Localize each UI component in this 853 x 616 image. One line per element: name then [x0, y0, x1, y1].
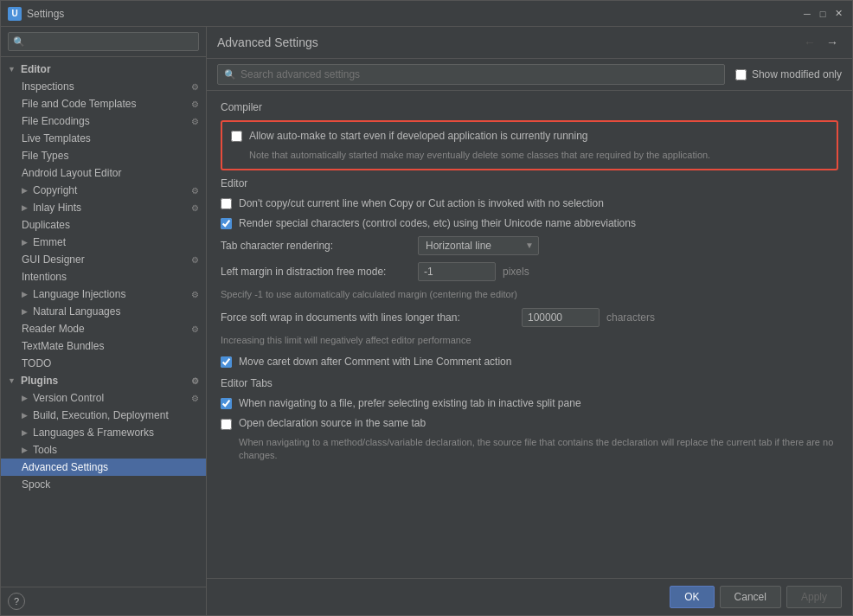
no-copy-cut-checkbox[interactable]: [221, 198, 232, 209]
reader-mode-label: Reader Mode: [22, 323, 85, 335]
sidebar-item-file-encodings[interactable]: File Encodings ⚙: [1, 112, 206, 130]
vc-chevron-icon: ▶: [22, 394, 28, 402]
left-margin-row: Left margin in distraction free mode: pi…: [221, 262, 838, 301]
show-modified-checkbox[interactable]: [735, 69, 747, 80]
editor-chevron-icon: ▼: [8, 65, 16, 74]
prefer-existing-tab-row: When navigating to a file, prefer select…: [221, 396, 838, 411]
auto-make-checkbox[interactable]: [231, 131, 242, 142]
sidebar-item-inspections[interactable]: Inspections ⚙: [1, 78, 206, 95]
tools-chevron-icon: ▶: [22, 446, 28, 454]
gui-designer-settings-icon: ⚙: [191, 255, 199, 265]
open-declaration-checkbox[interactable]: [221, 419, 232, 430]
inspections-settings-icon: ⚙: [191, 82, 199, 92]
no-copy-cut-label: Don't copy/cut current line when Copy or…: [239, 196, 604, 211]
soft-wrap-input[interactable]: [522, 308, 600, 327]
build-chevron-icon: ▶: [22, 411, 28, 420]
navigation-buttons: ← →: [800, 34, 842, 51]
sidebar-section-plugins[interactable]: ▼ Plugins ⚙: [1, 372, 206, 389]
intentions-label: Intentions: [22, 271, 67, 283]
apply-button[interactable]: Apply: [786, 586, 842, 608]
sidebar-item-natural-languages[interactable]: ▶ Natural Languages: [1, 303, 206, 320]
move-caret-setting-row: Move caret down after Comment with Line …: [221, 355, 838, 369]
live-templates-label: Live Templates: [22, 132, 91, 144]
sidebar-item-emmet[interactable]: ▶ Emmet: [1, 234, 206, 251]
sidebar-item-tools[interactable]: ▶ Tools: [1, 441, 206, 459]
compiler-section-title: Compiler: [221, 101, 838, 113]
maximize-button[interactable]: □: [816, 7, 830, 21]
settings-search-input[interactable]: [217, 64, 725, 85]
sidebar-item-live-templates[interactable]: Live Templates: [1, 130, 206, 147]
left-margin-label: Left margin in distraction free mode:: [221, 266, 411, 278]
emmet-label: Emmet: [33, 236, 66, 248]
auto-make-hint: Note that automatically started make may…: [231, 149, 828, 162]
language-injections-label: Language Injections: [33, 288, 125, 300]
file-encodings-settings-icon: ⚙: [191, 117, 199, 126]
sidebar-tree: ▼ Editor Inspections ⚙ File and Code Tem…: [1, 57, 206, 587]
spock-label: Spock: [22, 478, 50, 491]
editor-tabs-section-title: Editor Tabs: [221, 377, 838, 389]
vc-settings-icon: ⚙: [191, 394, 199, 403]
sidebar-item-android-layout-editor[interactable]: Android Layout Editor: [1, 164, 206, 182]
android-layout-editor-label: Android Layout Editor: [22, 167, 121, 179]
help-button[interactable]: ?: [8, 593, 25, 610]
minimize-button[interactable]: ─: [800, 7, 814, 21]
move-caret-checkbox[interactable]: [221, 356, 232, 368]
languages-frameworks-label: Languages & Frameworks: [33, 427, 154, 439]
sidebar-item-duplicates[interactable]: Duplicates: [1, 216, 206, 234]
sidebar-item-version-control[interactable]: ▶ Version Control ⚙: [1, 389, 206, 407]
settings-window: U Settings ─ □ ✕ 🔍 ▼ Editor: [0, 0, 853, 616]
inlay-hints-settings-icon: ⚙: [191, 203, 199, 213]
editor-section-title: Editor: [221, 177, 838, 189]
footer: OK Cancel Apply: [207, 578, 852, 615]
duplicates-label: Duplicates: [22, 219, 70, 231]
sidebar-item-file-code-templates[interactable]: File and Code Templates ⚙: [1, 95, 206, 112]
soft-wrap-row: Force soft wrap in documents with lines …: [221, 308, 838, 347]
nav-back-button[interactable]: ←: [800, 34, 819, 51]
close-button[interactable]: ✕: [831, 7, 845, 21]
render-special-checkbox[interactable]: [221, 218, 232, 229]
textmate-bundles-label: TextMate Bundles: [22, 340, 104, 352]
auto-make-label: Allow auto-make to start even if develop…: [249, 129, 588, 144]
render-special-setting-row: Render special characters (control codes…: [221, 216, 838, 231]
sidebar-item-intentions[interactable]: Intentions: [1, 268, 206, 286]
show-modified-row: Show modified only: [735, 68, 842, 80]
sidebar-item-file-types[interactable]: File Types: [1, 147, 206, 164]
sidebar-item-reader-mode[interactable]: Reader Mode ⚙: [1, 320, 206, 337]
sidebar-item-spock[interactable]: Spock: [1, 476, 206, 493]
open-declaration-hint: When navigating to a method/class/variab…: [221, 436, 838, 463]
sidebar-search-input[interactable]: [8, 32, 199, 51]
right-panel-title: Advanced Settings: [217, 35, 318, 49]
file-code-settings-icon: ⚙: [191, 99, 199, 109]
ok-button[interactable]: OK: [670, 586, 714, 608]
sidebar-item-build-execution[interactable]: ▶ Build, Execution, Deployment: [1, 407, 206, 424]
titlebar: U Settings ─ □ ✕: [1, 1, 852, 27]
tab-rendering-label: Tab character rendering:: [221, 240, 411, 252]
copyright-label: Copyright: [33, 184, 77, 196]
sidebar-item-language-injections[interactable]: ▶ Language Injections ⚙: [1, 286, 206, 303]
plugins-label: Plugins: [21, 375, 58, 387]
sidebar-item-languages-frameworks[interactable]: ▶ Languages & Frameworks: [1, 424, 206, 441]
sidebar-item-textmate-bundles[interactable]: TextMate Bundles: [1, 337, 206, 355]
nav-forward-button[interactable]: →: [823, 34, 842, 51]
plugins-chevron-icon: ▼: [8, 376, 16, 385]
sidebar-item-copyright[interactable]: ▶ Copyright ⚙: [1, 182, 206, 199]
lang-inject-settings-icon: ⚙: [191, 290, 199, 299]
sidebar-item-todo[interactable]: TODO: [1, 355, 206, 372]
search-bar-row: 🔍 Show modified only: [207, 59, 852, 91]
auto-make-setting-row: Allow auto-make to start even if develop…: [231, 129, 828, 144]
lang-inject-chevron-icon: ▶: [22, 290, 28, 298]
file-types-label: File Types: [22, 150, 68, 162]
prefer-existing-tab-checkbox[interactable]: [221, 398, 232, 409]
sidebar-item-gui-designer[interactable]: GUI Designer ⚙: [1, 251, 206, 268]
copyright-chevron-icon: ▶: [22, 186, 28, 195]
left-margin-input[interactable]: [418, 262, 496, 281]
sidebar-section-editor[interactable]: ▼ Editor: [1, 61, 206, 78]
tab-rendering-select[interactable]: Horizontal line Arrow None: [418, 236, 539, 255]
sidebar-bottom: ?: [1, 587, 206, 615]
inlay-hints-chevron-icon: ▶: [22, 203, 28, 212]
sidebar-item-inlay-hints[interactable]: ▶ Inlay Hints ⚙: [1, 199, 206, 216]
cancel-button[interactable]: Cancel: [720, 586, 781, 608]
copyright-settings-icon: ⚙: [191, 186, 199, 196]
reader-mode-settings-icon: ⚙: [191, 324, 199, 334]
sidebar-item-advanced-settings[interactable]: Advanced Settings: [1, 459, 206, 476]
